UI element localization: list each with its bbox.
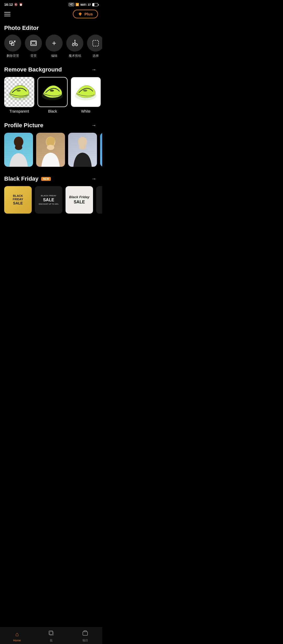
tool-circle-remove-bg bbox=[4, 35, 21, 52]
scissors-icon: ✦ bbox=[71, 39, 79, 47]
svg-point-20 bbox=[83, 90, 87, 92]
remove-bg-icon bbox=[9, 39, 17, 47]
svg-line-10 bbox=[75, 42, 76, 44]
bf-header: Black Friday NEW → bbox=[0, 172, 102, 186]
person-svg-1 bbox=[4, 133, 33, 167]
bg-black-preview bbox=[37, 77, 68, 107]
photo-editor-title: Photo Editor bbox=[0, 21, 102, 35]
profile-row bbox=[0, 133, 102, 172]
remove-bg-header: Remove Background → bbox=[0, 63, 102, 77]
bg-card-black[interactable]: Black bbox=[37, 77, 68, 113]
shoe-white-svg bbox=[71, 77, 101, 107]
profile-arrow[interactable]: → bbox=[90, 121, 98, 130]
bf-card-3-text: Black Friday SALE bbox=[69, 195, 89, 205]
remove-bg-title: Remove Background bbox=[4, 66, 62, 73]
bg-white-preview bbox=[71, 77, 101, 107]
person-silhouette-2 bbox=[36, 133, 65, 167]
shoe-black-svg bbox=[38, 77, 67, 107]
mute-icon: 🔇 bbox=[14, 3, 18, 6]
bf-card-1-text: BLACK FRIDAY SALE bbox=[13, 194, 23, 206]
person-svg-4 bbox=[100, 133, 102, 167]
person-svg-3 bbox=[68, 133, 97, 167]
tool-remove-bg[interactable]: 删除背景 bbox=[4, 35, 21, 58]
bg-card-transparent[interactable]: Transparent bbox=[4, 77, 34, 113]
person-silhouette-1 bbox=[4, 133, 33, 167]
profile-header: Profile Picture → bbox=[0, 119, 102, 133]
shoe-transparent-svg bbox=[4, 77, 34, 107]
battery-icon bbox=[92, 3, 98, 6]
hamburger-line-3 bbox=[4, 16, 10, 16]
svg-rect-6 bbox=[31, 42, 36, 44]
profile-card-3[interactable] bbox=[68, 133, 97, 167]
hamburger-line-1 bbox=[4, 12, 10, 13]
hamburger-menu[interactable] bbox=[4, 12, 10, 16]
tool-edit[interactable]: + 编辑 bbox=[46, 35, 63, 58]
bf-card-2-text: BLACK FRIDAY SALE DISCOUNT UP TO 40% bbox=[39, 195, 59, 205]
profile-card-2[interactable] bbox=[36, 133, 65, 167]
bf-card-1[interactable]: BLACK FRIDAY SALE bbox=[4, 186, 32, 214]
diamond-icon bbox=[78, 12, 82, 16]
status-right: HD 📶 WiFi 37 bbox=[69, 3, 98, 6]
tool-label-edit: 编辑 bbox=[51, 54, 57, 58]
alarm-icon: ⏰ bbox=[19, 3, 23, 6]
hamburger-line-2 bbox=[4, 14, 10, 14]
svg-point-26 bbox=[79, 145, 86, 149]
person-svg-2 bbox=[36, 133, 65, 167]
profile-card-1[interactable] bbox=[4, 133, 33, 167]
wifi-icon: WiFi bbox=[80, 3, 86, 6]
plus-label: Plus bbox=[84, 12, 93, 16]
hd-badge: HD bbox=[69, 3, 74, 6]
select-icon bbox=[91, 39, 100, 47]
bf-row: BLACK FRIDAY SALE BLACK FRIDAY SALE DISC… bbox=[0, 186, 102, 219]
tool-circle-select bbox=[87, 35, 102, 52]
status-left: 16:12 🔇 ⏰ bbox=[4, 3, 23, 7]
signal-icon: 📶 bbox=[75, 3, 79, 6]
bf-card-2[interactable]: BLACK FRIDAY SALE DISCOUNT UP TO 40% bbox=[35, 186, 62, 214]
bg-transparent-preview bbox=[4, 77, 34, 107]
background-icon bbox=[29, 39, 38, 47]
svg-rect-14 bbox=[93, 40, 99, 46]
svg-text:✦: ✦ bbox=[72, 42, 74, 44]
svg-line-9 bbox=[74, 42, 75, 44]
tool-label-background: 背景 bbox=[30, 54, 37, 58]
bg-card-black-label: Black bbox=[48, 109, 57, 113]
top-nav: Plus bbox=[0, 8, 102, 21]
tool-label-select: 选择 bbox=[92, 54, 99, 58]
remove-bg-arrow[interactable]: → bbox=[90, 65, 98, 74]
tool-circle-magic-cut: ✦ bbox=[66, 35, 83, 52]
bg-card-white[interactable]: White bbox=[71, 77, 101, 113]
bf-header-row: Black Friday NEW bbox=[4, 175, 51, 182]
svg-point-18 bbox=[50, 90, 54, 92]
tools-row: 删除背景 背景 + 编辑 bbox=[0, 35, 102, 63]
bf-badge: NEW bbox=[41, 177, 51, 181]
person-silhouette-3 bbox=[68, 133, 97, 167]
svg-marker-0 bbox=[79, 12, 82, 16]
bf-arrow[interactable]: → bbox=[90, 175, 98, 183]
remove-bg-row: Transparent Black bbox=[0, 77, 102, 119]
plus-button[interactable]: Plus bbox=[73, 10, 98, 18]
svg-point-24 bbox=[47, 145, 54, 150]
bg-card-transparent-label: Transparent bbox=[9, 109, 29, 113]
tool-select[interactable]: 选择 bbox=[87, 35, 102, 58]
tool-label-magic-cut: 魔术剪纸 bbox=[69, 54, 81, 58]
svg-point-22 bbox=[15, 145, 22, 150]
bf-card-4[interactable]: B bbox=[96, 186, 102, 214]
tool-circle-edit: + bbox=[46, 35, 63, 52]
status-bar: 16:12 🔇 ⏰ HD 📶 WiFi 37 bbox=[0, 0, 102, 8]
edit-plus-icon: + bbox=[52, 39, 56, 47]
battery-display: 37 bbox=[88, 3, 91, 6]
tool-background[interactable]: 背景 bbox=[25, 35, 42, 58]
svg-point-16 bbox=[17, 90, 21, 92]
time-display: 16:12 bbox=[4, 3, 13, 7]
profile-title: Profile Picture bbox=[4, 122, 43, 129]
bf-title: Black Friday bbox=[4, 175, 39, 182]
tool-magic-cut[interactable]: ✦ 魔术剪纸 bbox=[66, 35, 83, 58]
bf-card-3[interactable]: Black Friday SALE bbox=[66, 186, 93, 214]
tool-label-remove-bg: 删除背景 bbox=[7, 54, 19, 58]
bg-card-white-label: White bbox=[81, 109, 91, 113]
tool-circle-background bbox=[25, 35, 42, 52]
profile-card-4[interactable] bbox=[100, 133, 102, 167]
person-silhouette-4 bbox=[100, 133, 102, 167]
svg-point-12 bbox=[74, 40, 75, 41]
